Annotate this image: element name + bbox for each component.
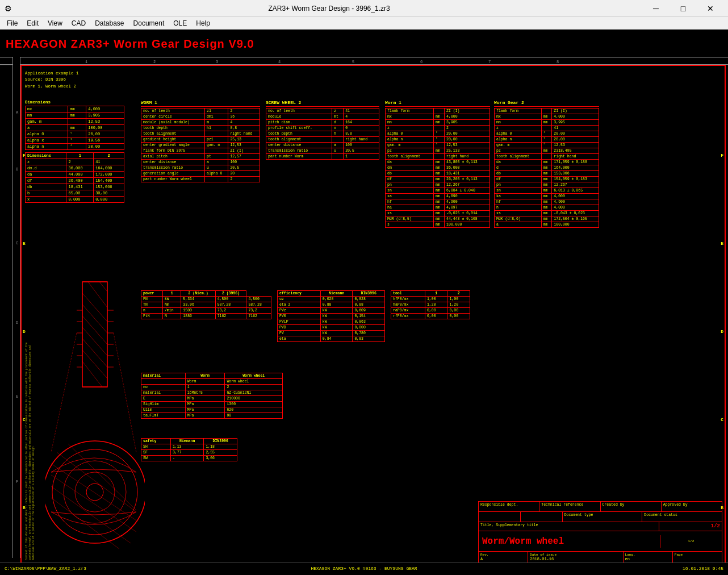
app-info-line3: Worm 1, Worm wheel 2 <box>25 84 79 90</box>
status-right: 16.01.2018 9:45 <box>683 566 723 571</box>
svg-text:5: 5 <box>352 60 354 64</box>
svg-text:C: C <box>16 241 18 245</box>
svg-point-41 <box>52 449 137 535</box>
svg-line-51 <box>51 333 77 452</box>
svg-line-27 <box>99 282 107 291</box>
app-info-line2: Source: DIN 3396 <box>25 77 79 83</box>
ruler-horizontal: 1 2 3 4 5 6 7 8 <box>0 57 728 65</box>
svg-line-52 <box>114 333 136 452</box>
title-block: Responsible dept. Technical reference Cr… <box>478 501 722 568</box>
worm1-right-panel: Worm 1 flank formZI (I) mxmm4,000 mnmm3,… <box>385 100 490 228</box>
menu-file[interactable]: File <box>2 18 22 28</box>
ruler-vertical: A B C D E F <box>12 57 20 558</box>
svg-line-21 <box>82 327 107 356</box>
titlebar-title: ZAR3+ Worm Gear Design - 3996_1.zr3 <box>15 5 643 13</box>
approved-by-label: Approved by <box>662 502 722 511</box>
status-left: C:\WINZAR95\PFP\BAW_ZAR2_1.zr3 <box>5 566 86 571</box>
screw-wheel2-table: SCREW WHEEL 2 no. of teethz41 modulemt4 … <box>266 100 379 160</box>
main-drawing-area: HEXAGON ZAR3+ Worm Gear Design V9.0 1 2 … <box>0 30 728 574</box>
drawing-border: Application example 1 Source: DIN 3396 W… <box>20 65 726 572</box>
menu-edit[interactable]: Edit <box>22 18 43 28</box>
app-info: Application example 1 Source: DIN 3396 W… <box>25 70 79 90</box>
doc-type-label: Document type <box>563 512 642 522</box>
menu-ole[interactable]: OLE <box>169 18 191 28</box>
menu-database[interactable]: Database <box>90 18 128 28</box>
rev-label: A <box>480 557 526 561</box>
svg-line-26 <box>82 361 102 387</box>
svg-text:D: D <box>16 320 18 325</box>
maximize-button[interactable]: □ <box>670 0 696 17</box>
svg-text:B: B <box>16 167 18 172</box>
svg-point-43 <box>75 472 115 512</box>
drawing-title: Worm/Worm wheel <box>479 535 660 548</box>
svg-text:3: 3 <box>216 60 218 64</box>
technical-ref-value <box>521 512 563 522</box>
svg-text:2: 2 <box>153 60 156 64</box>
footer-text: HEXAGON ZAR3+ V9.0 #0163 - EUYSUNG GEAR <box>311 566 417 571</box>
svg-point-40 <box>45 441 145 543</box>
svg-line-22 <box>82 339 107 367</box>
svg-text:8: 8 <box>557 60 559 64</box>
title-page-num: 1/2 <box>660 538 722 544</box>
menu-cad[interactable]: CAD <box>67 18 90 28</box>
responsible-dept-value <box>479 512 521 522</box>
sidebar-letters-left: FEDCBA <box>23 111 26 574</box>
worm1-table: WORM 1 no. of teethz12 center circledm13… <box>141 100 260 182</box>
efficiency-table: efficiency Niemann DIN3996 uz0,0280,028 … <box>277 290 385 342</box>
svg-text:7: 7 <box>488 60 491 64</box>
date-of-issue: 2018-01-16 <box>530 557 621 561</box>
app-icon: ⚙ <box>5 4 12 13</box>
dimensions-table: Dimensions mxmm4,000 mnmm3,905 gam. m12,… <box>25 100 124 203</box>
svg-line-23 <box>82 293 107 322</box>
svg-text:E: E <box>16 394 18 399</box>
safety-table: safety Niemann DIN3996 SH1,131,18 SF3,77… <box>141 438 237 461</box>
svg-text:4: 4 <box>278 60 281 64</box>
gear-drawing-area <box>45 276 145 551</box>
menu-document[interactable]: Document <box>129 18 169 28</box>
header-title: HEXAGON ZAR3+ Worm Gear Design V9.0 <box>6 38 254 50</box>
svg-line-20 <box>82 316 107 344</box>
app-header: HEXAGON ZAR3+ Worm Gear Design V9.0 <box>6 38 254 51</box>
menu-help[interactable]: Help <box>191 18 215 28</box>
responsible-dept-label: Responsible dept. <box>479 502 539 511</box>
lang-label: en <box>625 557 671 561</box>
svg-line-24 <box>88 282 107 307</box>
app-info-line1: Application example 1 <box>25 70 79 77</box>
svg-text:F: F <box>16 480 18 484</box>
power-table: power 1 2 (Niem.) 2 (3996) FNkW5,3344,50… <box>141 290 271 319</box>
svg-text:A: A <box>16 110 19 115</box>
menu-view[interactable]: View <box>43 18 67 28</box>
svg-line-25 <box>82 350 107 378</box>
svg-text:6: 6 <box>420 60 422 64</box>
menubar: File Edit View CAD Database Document OLE… <box>0 17 728 30</box>
vertical-text: Content of this document and data it ref… <box>25 333 43 560</box>
worm-gear2-right-panel: Worm Gear 2 flank formZI (I) mxmm4,000 m… <box>494 100 599 228</box>
created-by-label: Created by <box>601 502 662 511</box>
tool-table: tool 1 2 hfP0/mx1,001,00 haP0/mx1,201,20… <box>391 290 470 319</box>
titlebar: ⚙ ZAR3+ Worm Gear Design - 3996_1.zr3 ─ … <box>0 0 728 17</box>
technical-ref-label: Technical reference <box>539 502 600 511</box>
svg-line-50 <box>68 444 136 510</box>
window-controls: ─ □ ✕ <box>643 0 723 17</box>
doc-status-label: Document status <box>642 512 722 522</box>
statusbar: C:\WINZAR95\PFP\BAW_ZAR2_1.zr3 HEXAGON Z… <box>0 562 728 574</box>
svg-text:1: 1 <box>85 60 87 64</box>
close-button[interactable]: ✕ <box>697 0 723 17</box>
minimize-button[interactable]: ─ <box>643 0 669 17</box>
svg-line-19 <box>82 305 107 333</box>
title-label: Title, Supplementary title <box>479 522 659 531</box>
page-number: 1/2 <box>659 522 722 531</box>
svg-point-44 <box>86 484 103 501</box>
material-table: material Worm Worm wheel Worm Worm wheel… <box>141 373 283 419</box>
